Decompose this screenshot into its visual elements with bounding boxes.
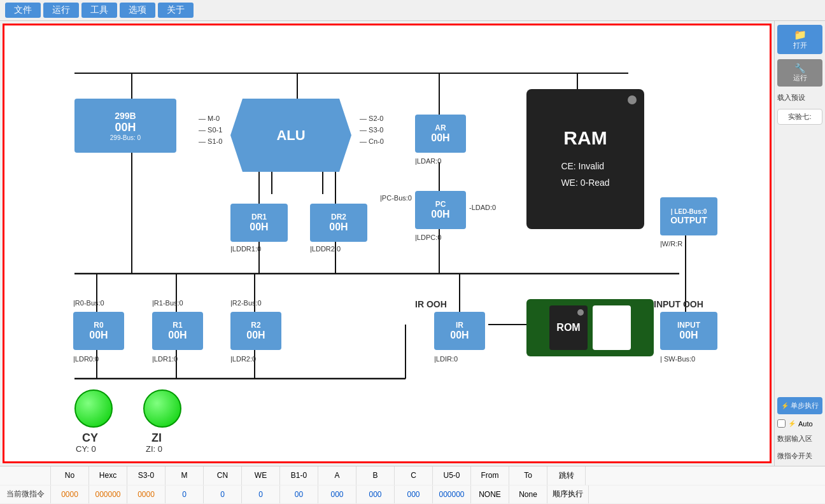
rom-dot — [577, 309, 584, 316]
reg-ar: AR 00H — [415, 115, 466, 153]
pc-signal3: |LDPC:0 — [415, 234, 441, 241]
reg-299b: 299B 00H 299-Bus: 0 — [74, 99, 176, 153]
r2-bus: |R2-Bus:0 — [230, 299, 262, 307]
val-c: 000 — [395, 486, 433, 504]
ram-dot — [628, 95, 637, 104]
val-we: 0 — [242, 486, 280, 504]
run-btn[interactable]: 🔧 运行 — [777, 59, 822, 87]
r0-signal: |LDR0:0 — [73, 355, 99, 363]
ir-ooh-label: IR OOH — [415, 299, 447, 309]
wr-signal: |W/R:R — [660, 240, 682, 248]
header-no: No — [51, 466, 89, 485]
val-hexc: 000000 — [89, 486, 127, 504]
pc-signal2: -LDAD:0 — [469, 204, 496, 211]
reg-pc: PC 00H — [415, 191, 466, 229]
reg-r2: R2 00H — [230, 312, 281, 350]
header-m: M — [166, 466, 204, 485]
current-micro-label: 当前微指令 — [0, 486, 51, 504]
r2-signal: |LDR2:0 — [230, 355, 256, 363]
header-we: WE — [242, 466, 280, 485]
zi-led — [143, 389, 181, 428]
val-m: 0 — [166, 486, 204, 504]
ir-signal: |LDIR:0 — [434, 355, 458, 363]
menu-file[interactable]: 文件 — [5, 3, 41, 18]
val-a: 000 — [318, 486, 356, 504]
alu-signal-s3: — S3-0 — [360, 126, 383, 134]
auto-checkbox[interactable] — [777, 419, 786, 428]
open-btn[interactable]: 📁 打开 — [777, 25, 822, 54]
reg-dr2: DR2 00H — [310, 204, 367, 242]
val-u50: 000000 — [433, 486, 471, 504]
reg-r1: R1 00H — [152, 312, 203, 350]
header-s30: S3-0 — [127, 466, 166, 485]
input-ooh-label: INPUT OOH — [654, 299, 703, 309]
header-from: From — [471, 466, 509, 485]
header-to: To — [509, 466, 547, 485]
pc-signal1: |PC-Bus:0 — [380, 194, 412, 202]
ram-we: WE: 0-Read — [561, 175, 609, 191]
r0-bus: |R0-Bus:0 — [73, 299, 104, 307]
rom-chip: ROM — [549, 305, 588, 350]
sw-bus-signal: | SW-Bus:0 — [660, 355, 695, 363]
val-b10: 00 — [280, 486, 318, 504]
r1-signal: |LDR1:0 — [152, 355, 178, 363]
auto-label: Auto — [798, 420, 813, 428]
status-values-row: 当前微指令 0000 000000 0000 0 0 0 00 000 000 … — [0, 486, 825, 505]
zi-label: ZI — [152, 431, 162, 445]
micro-cmd-label: 微指令开关 — [777, 450, 822, 462]
menu-run[interactable]: 运行 — [43, 3, 79, 18]
led-bus-label: | LED-Bus:0 — [671, 208, 707, 215]
main-layout: 299B 00H 299-Bus: 0 — M-0 — S0-1 — S1-0 … — [0, 21, 825, 466]
menu-options[interactable]: 选项 — [120, 3, 155, 18]
header-a: A — [318, 466, 356, 485]
reg-input: INPUT 00H — [660, 312, 717, 350]
val-to: None — [509, 486, 547, 504]
ram-box: RAM CE: Invalid WE: 0-Read — [526, 89, 644, 229]
zi-sublabel: ZI: 0 — [146, 444, 162, 454]
header-u50: U5-0 — [433, 466, 471, 485]
circuit-area: 299B 00H 299-Bus: 0 — M-0 — S0-1 — S1-0 … — [3, 24, 772, 463]
cy-label: CY — [82, 431, 98, 445]
header-jump: 跳转 — [547, 466, 586, 485]
alu-box: ALU — [230, 99, 351, 172]
val-cn: 0 — [204, 486, 242, 504]
menu-about[interactable]: 关于 — [158, 3, 194, 18]
rom-area: ROM — [526, 299, 654, 356]
load-preset-label: 载入预设 — [777, 92, 822, 104]
cy-sublabel: CY: 0 — [76, 444, 96, 454]
alu-signal-s0: — S0-1 — [199, 126, 222, 134]
reg-ir: IR 00H — [434, 312, 485, 350]
header-label — [0, 466, 51, 485]
alu-signal-s2: — S2-0 — [360, 115, 383, 122]
output-label: OUTPUT — [670, 215, 707, 225]
right-panel: 📁 打开 🔧 运行 载入预设 实验七: ⚡ 单步执行 ⚡ Auto 数据输入区 … — [774, 21, 825, 466]
menu-bar: 文件 运行 工具 选项 关于 — [0, 0, 825, 21]
dr2-signal: |LDDR2:0 — [310, 245, 341, 253]
rom-white-area — [593, 305, 631, 350]
reg-r0: R0 00H — [73, 312, 124, 350]
experiment-label: 实验七: — [777, 109, 822, 125]
status-header-row: No Hexc S3-0 M CN WE B1-0 A B C U5-0 Fro… — [0, 466, 825, 486]
val-jump: 顺序执行 — [547, 486, 589, 504]
header-hexc: Hexc — [89, 466, 127, 485]
r1-bus: |R1-Bus:0 — [152, 299, 183, 307]
val-no: 0000 — [51, 486, 89, 504]
ram-ce: CE: Invalid — [561, 158, 609, 174]
val-from: NONE — [471, 486, 509, 504]
header-b10: B1-0 — [280, 466, 318, 485]
output-box: | LED-Bus:0 OUTPUT — [660, 197, 717, 235]
val-b: 000 — [356, 486, 395, 504]
alu-signal-s1: — S1-0 — [199, 137, 222, 145]
val-s30: 0000 — [127, 486, 166, 504]
dr1-signal: |LDDR1:0 — [230, 245, 261, 253]
auto-checkbox-row: ⚡ Auto — [777, 419, 822, 428]
header-c: C — [395, 466, 433, 485]
header-b: B — [356, 466, 395, 485]
single-step-btn[interactable]: ⚡ 单步执行 — [777, 397, 822, 414]
alu-signal-cn: — Cn-0 — [360, 137, 384, 145]
header-cn: CN — [204, 466, 242, 485]
cy-led — [74, 389, 113, 428]
menu-tools[interactable]: 工具 — [81, 3, 117, 18]
reg-dr1: DR1 00H — [230, 204, 288, 242]
alu-signal-m0: — M-0 — [199, 115, 220, 122]
